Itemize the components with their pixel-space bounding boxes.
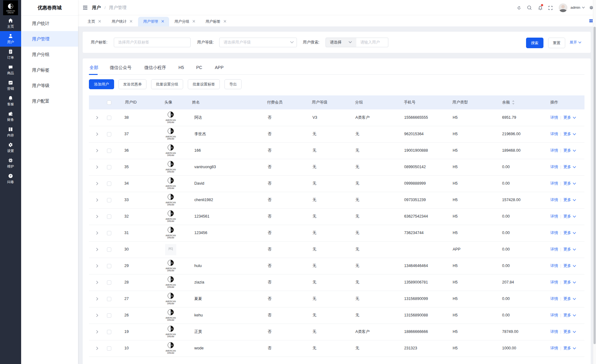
svg-text:A: A bbox=[171, 113, 173, 116]
svg-text:AMERICAN: AMERICAN bbox=[165, 300, 176, 302]
svg-text:A: A bbox=[171, 196, 173, 199]
svg-text:A: A bbox=[171, 228, 173, 232]
svg-text:AMERICAN: AMERICAN bbox=[165, 317, 176, 319]
svg-text:AMERICAN: AMERICAN bbox=[165, 152, 176, 154]
svg-text:DREAM: DREAM bbox=[167, 171, 174, 173]
svg-text:A: A bbox=[171, 278, 173, 281]
svg-text:AMERICAN: AMERICAN bbox=[165, 168, 176, 171]
svg-text:A: A bbox=[171, 294, 173, 297]
svg-text:AMERICAN: AMERICAN bbox=[165, 136, 176, 138]
svg-text:AMERICAN: AMERICAN bbox=[165, 218, 176, 220]
svg-text:A: A bbox=[171, 130, 173, 133]
svg-text:DREAM: DREAM bbox=[7, 12, 14, 14]
svg-text:A: A bbox=[171, 179, 173, 182]
svg-text:DREAM: DREAM bbox=[167, 270, 174, 272]
svg-text:AMERICAN: AMERICAN bbox=[165, 185, 176, 187]
svg-text:AMERICAN: AMERICAN bbox=[165, 119, 176, 121]
svg-text:DREAM: DREAM bbox=[167, 319, 174, 321]
svg-text:?: ? bbox=[10, 174, 12, 177]
svg-text:A: A bbox=[171, 146, 173, 149]
svg-text:A: A bbox=[171, 311, 173, 314]
svg-text:DREAM: DREAM bbox=[167, 335, 174, 338]
svg-text:A: A bbox=[171, 344, 173, 347]
svg-text:AMERICAN: AMERICAN bbox=[165, 284, 176, 286]
svg-text:AMERICAN: AMERICAN bbox=[165, 201, 176, 204]
svg-text:DREAM: DREAM bbox=[167, 187, 174, 189]
svg-text:AMERICAN: AMERICAN bbox=[165, 267, 176, 270]
svg-text:DREAM: DREAM bbox=[167, 204, 174, 206]
svg-text:DREAM: DREAM bbox=[167, 154, 174, 156]
svg-text:A: A bbox=[11, 5, 12, 8]
svg-text:DREAM: DREAM bbox=[167, 121, 174, 123]
svg-text:DREAM: DREAM bbox=[167, 302, 174, 305]
svg-text:DREAM: DREAM bbox=[167, 286, 174, 288]
svg-text:AMERICAN: AMERICAN bbox=[165, 350, 176, 352]
svg-text:DREAM: DREAM bbox=[167, 352, 174, 354]
svg-text:AMERICAN: AMERICAN bbox=[165, 234, 176, 237]
svg-text:DREAM: DREAM bbox=[167, 237, 174, 239]
svg-text:A: A bbox=[171, 327, 173, 330]
svg-text:A: A bbox=[171, 212, 173, 215]
svg-text:A: A bbox=[171, 163, 173, 166]
svg-text:A: A bbox=[171, 261, 173, 265]
svg-text:DREAM: DREAM bbox=[167, 138, 174, 140]
svg-text:AMERICAN: AMERICAN bbox=[165, 333, 176, 335]
svg-text:DREAM: DREAM bbox=[167, 220, 174, 222]
